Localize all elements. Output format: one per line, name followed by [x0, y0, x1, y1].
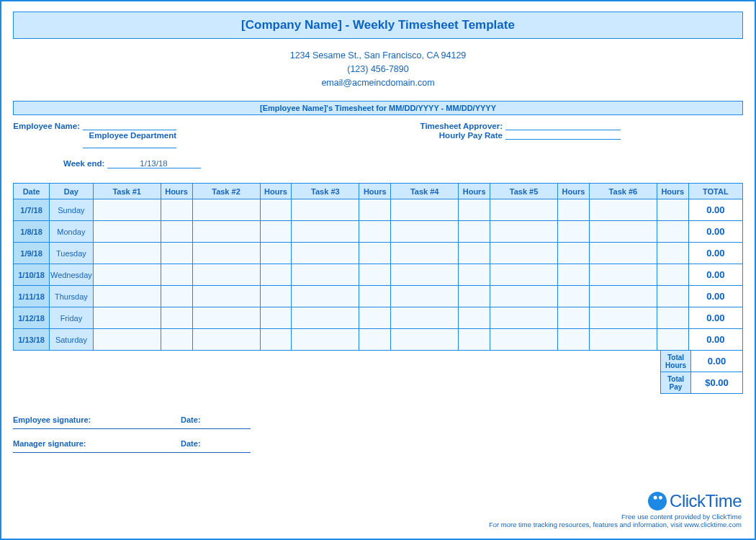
hourly-pay-rate-label: Hourly Pay Rate: [439, 131, 503, 140]
cell-hours[interactable]: [260, 264, 292, 286]
cell-hours[interactable]: [459, 286, 490, 307]
cell-hours[interactable]: [161, 199, 192, 221]
cell-task[interactable]: [391, 199, 459, 221]
cell-hours[interactable]: [657, 264, 688, 286]
col-task1: Task #1: [93, 184, 161, 199]
cell-hours[interactable]: [161, 221, 192, 243]
cell-task[interactable]: [391, 264, 459, 286]
cell-hours[interactable]: [260, 199, 292, 221]
cell-hours[interactable]: [657, 307, 688, 329]
cell-task[interactable]: [93, 199, 161, 221]
cell-hours[interactable]: [260, 243, 292, 264]
cell-task[interactable]: [93, 221, 161, 243]
cell-task[interactable]: [589, 307, 657, 329]
cell-task[interactable]: [589, 286, 657, 307]
manager-signature-line[interactable]: [13, 452, 251, 453]
cell-task[interactable]: [490, 221, 558, 243]
cell-hours[interactable]: [459, 199, 490, 221]
employee-department-field[interactable]: [83, 140, 176, 148]
timesheet-approver-field[interactable]: [505, 122, 621, 130]
cell-hours[interactable]: [359, 307, 391, 329]
cell-hours[interactable]: [657, 199, 688, 221]
cell-task[interactable]: [589, 221, 657, 243]
cell-hours[interactable]: [558, 243, 590, 264]
cell-hours[interactable]: [359, 329, 391, 351]
cell-hours[interactable]: [359, 286, 391, 307]
cell-task[interactable]: [589, 329, 657, 351]
cell-day: Saturday: [50, 329, 94, 351]
cell-hours[interactable]: [459, 264, 490, 286]
cell-hours[interactable]: [161, 329, 192, 351]
cell-task[interactable]: [589, 243, 657, 264]
cell-task[interactable]: [93, 329, 161, 351]
cell-task[interactable]: [292, 329, 359, 351]
cell-hours[interactable]: [359, 199, 391, 221]
cell-day: Friday: [50, 307, 94, 329]
cell-hours[interactable]: [359, 243, 391, 264]
cell-task[interactable]: [192, 286, 260, 307]
cell-task[interactable]: [490, 199, 558, 221]
cell-hours[interactable]: [161, 286, 192, 307]
cell-task[interactable]: [192, 329, 260, 351]
cell-hours[interactable]: [657, 221, 688, 243]
cell-task[interactable]: [391, 221, 459, 243]
cell-task[interactable]: [292, 243, 359, 264]
cell-hours[interactable]: [558, 307, 590, 329]
cell-task[interactable]: [93, 307, 161, 329]
cell-task[interactable]: [192, 264, 260, 286]
cell-task[interactable]: [490, 307, 558, 329]
cell-hours[interactable]: [161, 307, 192, 329]
cell-hours[interactable]: [161, 243, 192, 264]
cell-hours[interactable]: [558, 264, 590, 286]
cell-task[interactable]: [292, 264, 359, 286]
cell-task[interactable]: [589, 264, 657, 286]
page-title: [Company Name] - Weekly Timesheet Templa…: [13, 12, 743, 39]
cell-hours[interactable]: [359, 264, 391, 286]
week-end-value[interactable]: 1/13/18: [107, 159, 201, 168]
cell-task[interactable]: [490, 329, 558, 351]
cell-task[interactable]: [292, 221, 359, 243]
cell-hours[interactable]: [558, 199, 590, 221]
cell-task[interactable]: [490, 243, 558, 264]
cell-task[interactable]: [93, 286, 161, 307]
cell-task[interactable]: [391, 243, 459, 264]
cell-task[interactable]: [292, 199, 359, 221]
cell-hours[interactable]: [161, 264, 192, 286]
cell-hours[interactable]: [260, 307, 292, 329]
cell-task[interactable]: [192, 243, 260, 264]
cell-task[interactable]: [490, 264, 558, 286]
cell-task[interactable]: [192, 221, 260, 243]
hourly-pay-rate-field[interactable]: [505, 131, 621, 140]
cell-hours[interactable]: [657, 329, 688, 351]
cell-hours[interactable]: [260, 286, 292, 307]
cell-task[interactable]: [292, 307, 359, 329]
cell-hours[interactable]: [459, 307, 490, 329]
cell-hours[interactable]: [459, 221, 490, 243]
cell-hours[interactable]: [459, 329, 490, 351]
cell-hours[interactable]: [359, 221, 391, 243]
cell-task[interactable]: [391, 329, 459, 351]
cell-day: Tuesday: [50, 243, 94, 264]
cell-hours[interactable]: [558, 221, 590, 243]
cell-task[interactable]: [391, 307, 459, 329]
cell-task[interactable]: [490, 286, 558, 307]
employee-signature-line[interactable]: [13, 428, 251, 429]
cell-task[interactable]: [192, 199, 260, 221]
col-hours5: Hours: [558, 184, 590, 199]
cell-task[interactable]: [93, 264, 161, 286]
cell-date: 1/10/18: [14, 264, 50, 286]
cell-hours[interactable]: [558, 329, 590, 351]
cell-hours[interactable]: [657, 286, 688, 307]
cell-task[interactable]: [93, 243, 161, 264]
cell-task[interactable]: [292, 286, 359, 307]
employee-name-field[interactable]: [83, 122, 176, 130]
cell-task[interactable]: [589, 199, 657, 221]
cell-hours[interactable]: [260, 329, 292, 351]
cell-hours[interactable]: [657, 243, 688, 264]
cell-total: 0.00: [688, 199, 742, 221]
cell-hours[interactable]: [558, 286, 590, 307]
cell-hours[interactable]: [459, 243, 490, 264]
cell-task[interactable]: [391, 286, 459, 307]
cell-task[interactable]: [192, 307, 260, 329]
cell-hours[interactable]: [260, 221, 292, 243]
